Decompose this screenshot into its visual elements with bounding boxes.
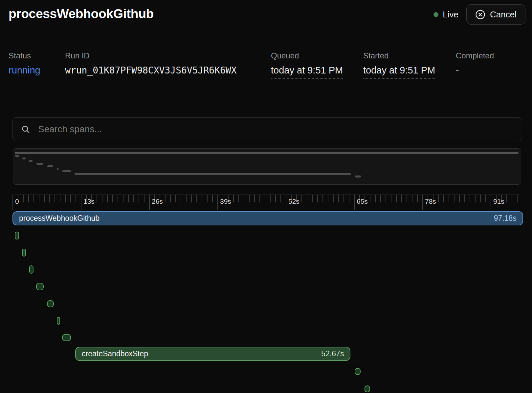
cancel-button-label: Cancel [490,10,517,20]
ruler-minor-tick [391,195,391,202]
ruler-minor-tick [102,195,102,202]
ruler-minor-tick [438,195,439,202]
ruler-minor-tick [165,195,166,202]
ruler-minor-tick [249,195,250,202]
queued-label: Queued [271,51,299,60]
ruler-minor-tick [328,195,328,202]
minimap-span-bar [15,155,19,157]
span-dot-step-5[interactable] [47,300,54,307]
ruler-minor-tick [275,195,276,202]
ruler-minor-tick [470,195,470,202]
ruler-minor-tick [175,195,176,202]
ruler-major-tick [12,195,13,210]
ruler-minor-tick [170,195,171,202]
span-dot-step-2[interactable] [22,249,26,257]
ruler-minor-tick [39,195,39,202]
ruler-minor-tick [112,195,113,202]
started-label: Started [363,51,388,60]
ruler-minor-tick [270,195,271,202]
ruler-minor-tick [144,195,144,202]
ruler-minor-tick [212,195,213,202]
ruler-minor-tick [97,195,97,202]
ruler-minor-tick [412,195,412,202]
ruler-minor-tick [407,195,407,202]
span-bar-processWebhookGithub[interactable]: processWebhookGithub97.18s [12,211,523,225]
ruler-minor-tick [60,195,60,202]
ruler-minor-tick [312,195,313,202]
minimap-span-bar [57,168,58,170]
ruler-minor-tick [449,195,449,202]
span-dot-step-8[interactable] [355,368,361,375]
ruler-minor-tick [307,195,307,202]
header-actions: Live Cancel [433,4,525,25]
ruler-minor-tick [459,195,460,202]
ruler-minor-tick [454,195,454,202]
span-duration-label: 97.18s [494,214,517,223]
span-bar-createSandboxStep[interactable]: createSandboxStep52.67s [75,347,350,361]
span-dot-step-9[interactable] [365,385,370,392]
search-spans-box [12,117,522,141]
ruler-major-tick [354,195,355,210]
ruler-minor-tick [107,195,108,202]
live-indicator: Live [433,10,458,20]
queued-value[interactable]: today at 9:51 PM [271,65,343,79]
ruler-minor-tick [55,195,55,202]
started-value[interactable]: today at 9:51 PM [363,65,435,79]
ruler-minor-tick [123,195,123,202]
minimap-span-bar [22,157,26,159]
span-dot-step-4[interactable] [36,283,44,290]
ruler-tick-label: 78s [425,197,436,205]
ruler-minor-tick [265,195,265,202]
ruler-minor-tick [380,195,381,202]
minimap-span-bar [36,163,43,165]
ruler-minor-tick [118,195,118,202]
ruler-minor-tick [33,195,34,202]
ruler-minor-tick [475,195,476,202]
ruler-major-tick [422,195,423,210]
span-dot-step-1[interactable] [15,232,19,239]
span-dot-step-7[interactable] [62,334,71,341]
live-dot-icon [433,12,438,17]
ruler-tick-label: 65s [357,197,368,205]
trace-minimap[interactable] [13,148,521,185]
span-duration-label: 52.67s [321,349,344,358]
span-dot-step-6[interactable] [57,317,60,325]
status-label: Status [9,51,31,60]
ruler-minor-tick [417,195,418,202]
ruler-minor-tick [512,195,512,202]
search-spans-input[interactable] [37,124,514,135]
ruler-minor-tick [133,195,134,202]
ruler-major-tick [81,195,81,210]
ruler-minor-tick [44,195,45,202]
ruler-minor-tick [338,195,339,202]
ruler-major-tick [286,195,286,210]
minimap-span-bar [75,173,351,175]
completed-value: - [456,65,459,76]
ruler-tick-label: 0 [15,197,19,205]
ruler-minor-tick [139,195,139,202]
ruler-major-tick [217,195,218,210]
cancel-button[interactable]: Cancel [466,4,525,25]
ruler-minor-tick [259,195,260,202]
ruler-tick-label: 91s [493,197,504,205]
ruler-minor-tick [254,195,255,202]
ruler-minor-tick [233,195,234,202]
ruler-minor-tick [349,195,349,202]
ruler-minor-tick [333,195,334,202]
ruler-minor-tick [401,195,402,202]
workflow-run-page: processWebhookGithub Live Cancel Status … [0,0,532,393]
span-dot-step-3[interactable] [29,265,33,274]
span-name-label: createSandboxStep [82,349,148,358]
ruler-minor-tick [49,195,50,202]
minimap-span-bar [62,170,71,172]
ruler-tick-label: 13s [83,197,95,205]
ruler-minor-tick [375,195,376,202]
ruler-minor-tick [517,195,518,202]
ruler-minor-tick [238,195,239,202]
run-id-label: Run ID [65,51,90,60]
ruler-minor-tick [506,195,507,202]
ruler-minor-tick [76,195,76,202]
search-icon [21,125,31,134]
ruler-minor-tick [301,195,302,202]
ruler-tick-label: 52s [288,197,299,205]
